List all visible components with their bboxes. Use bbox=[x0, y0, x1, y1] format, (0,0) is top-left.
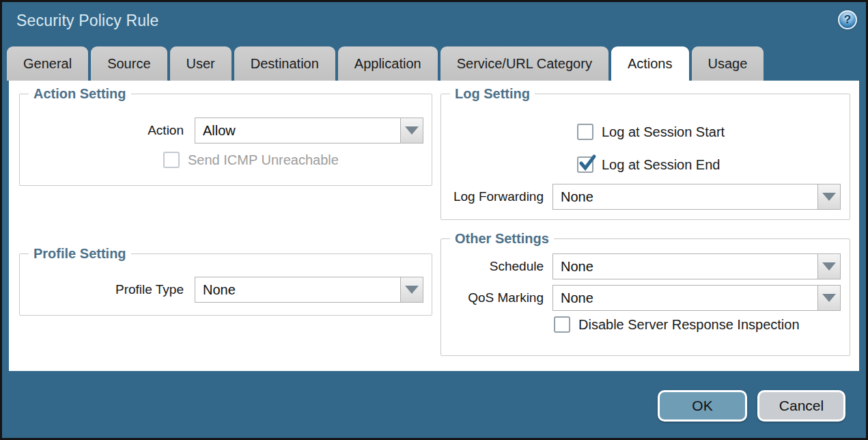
chevron-down-icon bbox=[405, 286, 419, 294]
disable-sri-checkbox[interactable] bbox=[554, 316, 570, 333]
schedule-dropdown[interactable]: None bbox=[552, 253, 841, 279]
action-setting-section: Action Setting Action Allow Send ICMP Un… bbox=[19, 94, 432, 186]
tab-service-url-category[interactable]: Service/URL Category bbox=[440, 46, 608, 81]
log-session-end-checkbox[interactable] bbox=[577, 156, 593, 173]
other-settings-section: Other Settings Schedule None QoS Marking… bbox=[440, 238, 850, 356]
tab-bar: General Source User Destination Applicat… bbox=[7, 46, 764, 81]
tab-actions[interactable]: Actions bbox=[611, 46, 689, 81]
ok-button[interactable]: OK bbox=[658, 390, 747, 422]
help-icon[interactable]: ? bbox=[838, 10, 857, 29]
qos-marking-dropdown-button[interactable] bbox=[818, 285, 841, 311]
log-forwarding-label: Log Forwarding bbox=[441, 184, 544, 210]
profile-type-dropdown-button[interactable] bbox=[401, 277, 423, 303]
cancel-button[interactable]: Cancel bbox=[757, 390, 845, 422]
send-icmp-checkbox[interactable] bbox=[163, 152, 180, 168]
profile-setting-legend: Profile Setting bbox=[29, 245, 131, 262]
action-setting-legend: Action Setting bbox=[29, 85, 131, 102]
disable-sri-row: Disable Server Response Inspection bbox=[554, 316, 800, 333]
question-mark-glyph: ? bbox=[844, 13, 851, 27]
action-dropdown[interactable]: Allow bbox=[195, 118, 423, 143]
chevron-down-icon bbox=[822, 193, 836, 201]
tab-general[interactable]: General bbox=[7, 46, 88, 81]
schedule-dropdown-button[interactable] bbox=[818, 253, 841, 279]
log-session-start-row: Log at Session Start bbox=[577, 124, 725, 140]
tab-source[interactable]: Source bbox=[91, 46, 167, 81]
send-icmp-row: Send ICMP Unreachable bbox=[163, 152, 339, 168]
other-settings-legend: Other Settings bbox=[450, 230, 554, 247]
send-icmp-label: Send ICMP Unreachable bbox=[188, 152, 339, 168]
schedule-label: Schedule bbox=[441, 253, 544, 279]
profile-setting-section: Profile Setting Profile Type None bbox=[19, 253, 432, 316]
chevron-down-icon bbox=[822, 262, 836, 271]
checkmark-icon bbox=[578, 154, 597, 173]
profile-type-dropdown[interactable]: None bbox=[195, 277, 423, 303]
action-label: Action bbox=[20, 118, 184, 143]
log-session-start-checkbox[interactable] bbox=[577, 124, 593, 140]
action-dropdown-button[interactable] bbox=[401, 118, 423, 143]
qos-marking-label: QoS Marking bbox=[441, 285, 544, 311]
chevron-down-icon bbox=[405, 126, 419, 135]
chevron-down-icon bbox=[822, 294, 836, 302]
security-policy-rule-dialog: Security Policy Rule ? General Source Us… bbox=[0, 0, 868, 440]
qos-marking-dropdown[interactable]: None bbox=[552, 285, 841, 311]
disable-sri-label: Disable Server Response Inspection bbox=[578, 317, 800, 333]
log-forwarding-dropdown-button[interactable] bbox=[818, 184, 841, 210]
profile-type-dropdown-value: None bbox=[195, 277, 401, 303]
action-dropdown-value: Allow bbox=[195, 118, 401, 143]
content-panel: Action Setting Action Allow Send ICMP Un… bbox=[9, 81, 859, 371]
log-session-end-row: Log at Session End bbox=[577, 156, 720, 173]
log-forwarding-dropdown[interactable]: None bbox=[552, 184, 841, 210]
dialog-title: Security Policy Rule bbox=[16, 12, 159, 30]
tab-destination[interactable]: Destination bbox=[234, 46, 335, 81]
tab-user[interactable]: User bbox=[170, 46, 232, 81]
log-forwarding-dropdown-value: None bbox=[552, 184, 818, 210]
schedule-dropdown-value: None bbox=[552, 253, 818, 279]
tab-usage[interactable]: Usage bbox=[692, 46, 764, 81]
log-session-start-label: Log at Session Start bbox=[602, 124, 725, 140]
profile-type-label: Profile Type bbox=[20, 277, 184, 303]
log-session-end-label: Log at Session End bbox=[602, 157, 720, 173]
tab-application[interactable]: Application bbox=[338, 46, 438, 81]
log-setting-section: Log Setting Log at Session Start Log at … bbox=[440, 94, 850, 220]
qos-marking-dropdown-value: None bbox=[552, 285, 818, 311]
log-setting-legend: Log Setting bbox=[450, 85, 535, 102]
